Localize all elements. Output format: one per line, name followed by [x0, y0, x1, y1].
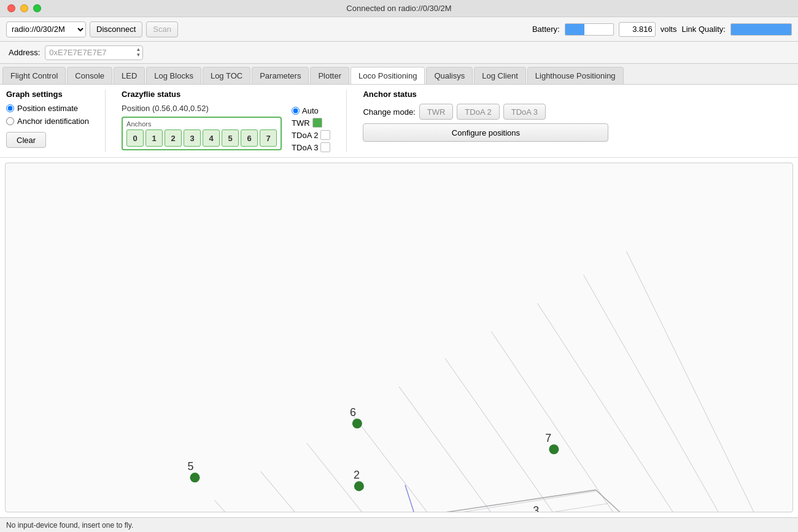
address-spinner[interactable]: ▲ ▼	[136, 47, 141, 58]
tdoa2-indicator	[320, 130, 330, 140]
voltage-input[interactable]	[619, 22, 656, 37]
svg-line-19	[445, 358, 610, 512]
anchor-btn-5[interactable]: 5	[222, 129, 239, 147]
position-text: Position (0.56,0.40,0.52)	[122, 104, 282, 113]
addressbar: Address: ▲ ▼	[0, 42, 798, 64]
connection-select[interactable]: radio://0/30/2M	[6, 21, 86, 37]
anchor-btn-2[interactable]: 2	[165, 129, 182, 147]
battery-fill	[565, 24, 584, 35]
address-input[interactable]	[45, 45, 143, 60]
anchor-label-5: 5	[187, 460, 193, 472]
tdoa3-mode-button[interactable]: TDoA 3	[503, 104, 546, 120]
anchor-btn-6[interactable]: 6	[241, 129, 258, 147]
window-title: Connected on radio://0/30/2M	[346, 4, 451, 13]
main-content: Graph settings Position estimate Anchor …	[0, 85, 798, 517]
topbar-right: Battery: volts Link Quality:	[532, 22, 792, 37]
anchor-label-3: 3	[533, 504, 539, 512]
topbar: radio://0/30/2M Disconnect Scan Battery:…	[0, 17, 798, 42]
clear-button[interactable]: Clear	[6, 132, 46, 148]
svg-line-15	[261, 471, 416, 512]
anchor-btn-1[interactable]: 1	[145, 129, 163, 147]
svg-line-14	[215, 500, 368, 512]
scan-button[interactable]: Scan	[146, 21, 178, 37]
address-input-wrapper: ▲ ▼	[45, 45, 143, 60]
anchor-identification-label: Anchor identification	[17, 117, 89, 126]
tabbar: Flight Control Console LED Log Blocks Lo…	[0, 64, 798, 85]
cf-status-title: Crazyflie status	[122, 90, 330, 99]
anchors-wrapper: Anchors 0 1 2 3 4 5 6 7	[122, 117, 282, 150]
svg-line-20	[491, 331, 658, 512]
svg-line-24	[405, 485, 426, 512]
tab-loco-positioning[interactable]: Loco Positioning	[351, 67, 425, 84]
twr-check-row: TWR	[292, 118, 330, 128]
auto-radio[interactable]	[292, 107, 300, 115]
tab-console[interactable]: Console	[67, 67, 112, 84]
anchor-label-6: 6	[350, 406, 356, 418]
anchor-label-7: 7	[545, 432, 551, 444]
divider-1	[105, 90, 106, 152]
close-button[interactable]	[7, 4, 15, 12]
twr-mode-button[interactable]: TWR	[419, 104, 454, 120]
tdoa2-label: TDoA 2	[292, 131, 318, 140]
svg-line-17	[353, 415, 513, 512]
position-estimate-label: Position estimate	[17, 104, 78, 113]
tab-flight-control[interactable]: Flight Control	[2, 67, 66, 84]
tab-lighthouse[interactable]: Lighthouse Positioning	[527, 67, 624, 84]
anchor-btn-3[interactable]: 3	[184, 129, 201, 147]
anchor-label-2: 2	[354, 469, 360, 481]
titlebar: Connected on radio://0/30/2M	[0, 0, 798, 17]
tab-qualisys[interactable]: Qualisys	[426, 67, 473, 84]
anchor-status-title: Anchor status	[363, 90, 608, 99]
svg-line-23	[627, 252, 756, 512]
status-message: No input-device found, insert one to fly…	[6, 521, 133, 530]
anchor-btn-7[interactable]: 7	[260, 129, 277, 147]
tab-log-client[interactable]: Log Client	[474, 67, 526, 84]
twr-label: TWR	[292, 118, 310, 128]
3d-view: .grid-line { stroke: #d0d0d8; stroke-wid…	[5, 163, 793, 512]
anchor-btn-4[interactable]: 4	[203, 129, 220, 147]
anchor-identification-radio-label[interactable]: Anchor identification	[6, 117, 89, 126]
anchor-dot-7	[549, 444, 559, 454]
position-estimate-radio-label[interactable]: Position estimate	[6, 104, 89, 113]
statusbar: No input-device found, insert one to fly…	[0, 517, 798, 532]
tab-parameters[interactable]: Parameters	[252, 67, 309, 84]
tdoa3-label: TDoA 3	[292, 143, 318, 152]
anchor-btn-0[interactable]: 0	[126, 129, 144, 147]
address-label: Address:	[9, 48, 40, 57]
tab-log-blocks[interactable]: Log Blocks	[146, 67, 201, 84]
tdoa3-indicator	[320, 142, 330, 152]
divider-2	[346, 90, 347, 152]
cf-status-panel: Crazyflie status Position (0.56,0.40,0.5…	[122, 90, 330, 152]
svg-line-18	[399, 387, 562, 512]
maximize-button[interactable]	[33, 4, 41, 12]
position-estimate-radio[interactable]	[6, 104, 14, 112]
disconnect-button[interactable]: Disconnect	[90, 21, 142, 37]
tab-log-toc[interactable]: Log TOC	[203, 67, 250, 84]
tab-plotter[interactable]: Plotter	[310, 67, 349, 84]
link-quality-label: Link Quality:	[681, 25, 726, 34]
anchor-identification-radio[interactable]	[6, 117, 14, 125]
graph-settings-panel: Graph settings Position estimate Anchor …	[6, 90, 89, 152]
anchors-label: Anchors	[126, 120, 277, 128]
volts-label: volts	[660, 25, 677, 34]
tdoa3-check-row: TDoA 3	[292, 142, 330, 152]
tdoa2-check-row: TDoA 2	[292, 130, 330, 140]
3d-svg: .grid-line { stroke: #d0d0d8; stroke-wid…	[6, 163, 792, 512]
anchor-dot-2	[354, 481, 364, 491]
anchor-dot-5	[190, 472, 200, 482]
svg-line-0	[128, 491, 595, 512]
tdoa2-mode-button[interactable]: TDoA 2	[457, 104, 499, 120]
change-mode-label: Change mode:	[363, 107, 415, 117]
auto-radio-label[interactable]: Auto	[292, 106, 330, 115]
graph-settings-title: Graph settings	[6, 90, 89, 99]
tab-led[interactable]: LED	[114, 67, 145, 84]
window-controls	[7, 4, 41, 12]
configure-positions-button[interactable]: Configure positions	[363, 123, 608, 142]
svg-line-16	[307, 443, 465, 512]
twr-indicator	[312, 118, 322, 128]
mode-buttons-row: Change mode: TWR TDoA 2 TDoA 3	[363, 104, 608, 120]
link-quality-bar	[730, 23, 792, 36]
anchor-dot-6	[352, 418, 362, 428]
anchor-buttons: 0 1 2 3 4 5 6 7	[126, 129, 277, 147]
minimize-button[interactable]	[20, 4, 28, 12]
